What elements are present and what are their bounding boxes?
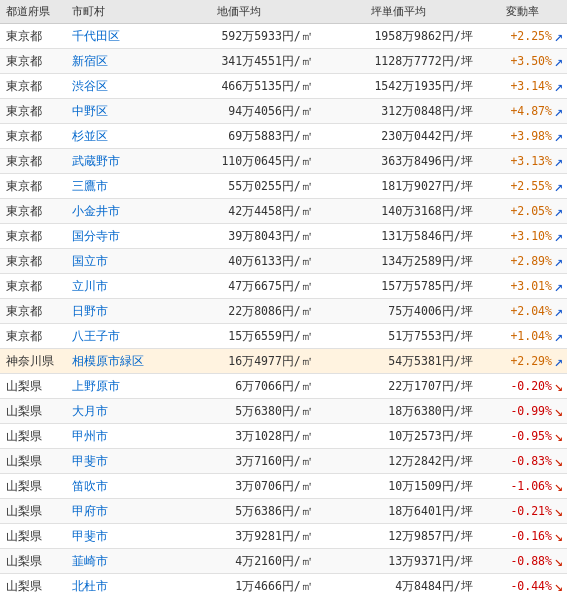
price-cell: 466万5135円/㎡ (159, 74, 319, 99)
change-value: -0.16% (510, 529, 552, 543)
city-cell[interactable]: 中野区 (66, 99, 159, 124)
city-cell[interactable]: 甲斐市 (66, 524, 159, 549)
city-cell[interactable]: 三鷹市 (66, 174, 159, 199)
city-cell[interactable]: 日野市 (66, 299, 159, 324)
header-city: 市町村 (66, 0, 159, 24)
change-value: +2.55% (510, 179, 552, 193)
city-link[interactable]: 武蔵野市 (72, 154, 120, 168)
trend-up-icon: ↗ (554, 77, 563, 95)
change-value: +3.98% (510, 129, 552, 143)
city-link[interactable]: 笛吹市 (72, 479, 108, 493)
pref-cell: 山梨県 (0, 449, 66, 474)
city-link[interactable]: 杉並区 (72, 129, 108, 143)
city-cell[interactable]: 国立市 (66, 249, 159, 274)
city-cell[interactable]: 杉並区 (66, 124, 159, 149)
city-cell[interactable]: 韮崎市 (66, 549, 159, 574)
pref-cell: 山梨県 (0, 499, 66, 524)
change-cell: -0.44% ↘ (479, 574, 567, 597)
city-cell[interactable]: 国分寺市 (66, 224, 159, 249)
city-cell[interactable]: 渋谷区 (66, 74, 159, 99)
city-link[interactable]: 中野区 (72, 104, 108, 118)
change-value: -1.06% (510, 479, 552, 493)
price-cell: 39万8043円/㎡ (159, 224, 319, 249)
pref-cell: 山梨県 (0, 424, 66, 449)
trend-up-icon: ↗ (554, 327, 563, 345)
price-cell: 3万7160円/㎡ (159, 449, 319, 474)
city-link[interactable]: 国分寺市 (72, 229, 120, 243)
city-link[interactable]: 甲州市 (72, 429, 108, 443)
tsubo-cell: 157万5785円/坪 (319, 274, 479, 299)
tsubo-cell: 10万1509円/坪 (319, 474, 479, 499)
city-link[interactable]: 新宿区 (72, 54, 108, 68)
pref-cell: 東京都 (0, 49, 66, 74)
change-value: +3.10% (510, 229, 552, 243)
change-cell: +3.50% ↗ (479, 49, 567, 74)
price-cell: 1万4666円/㎡ (159, 574, 319, 597)
city-cell[interactable]: 小金井市 (66, 199, 159, 224)
city-cell[interactable]: 甲府市 (66, 499, 159, 524)
price-cell: 3万0706円/㎡ (159, 474, 319, 499)
pref-cell: 山梨県 (0, 549, 66, 574)
city-link[interactable]: 三鷹市 (72, 179, 108, 193)
city-cell[interactable]: 大月市 (66, 399, 159, 424)
pref-cell: 東京都 (0, 99, 66, 124)
city-link[interactable]: 甲府市 (72, 504, 108, 518)
change-cell: -0.20% ↘ (479, 374, 567, 399)
header-change: 変動率 (479, 0, 567, 24)
table-row: 東京都 小金井市 42万4458円/㎡ 140万3168円/坪 +2.05% ↗ (0, 199, 567, 224)
change-cell: +2.29% ↗ (479, 349, 567, 374)
tsubo-cell: 18万6401円/坪 (319, 499, 479, 524)
price-cell: 42万4458円/㎡ (159, 199, 319, 224)
city-cell[interactable]: 千代田区 (66, 24, 159, 49)
price-cell: 3万9281円/㎡ (159, 524, 319, 549)
trend-down-icon: ↘ (554, 552, 563, 570)
city-link[interactable]: 立川市 (72, 279, 108, 293)
table-row: 東京都 中野区 94万4056円/㎡ 312万0848円/坪 +4.87% ↗ (0, 99, 567, 124)
city-cell[interactable]: 甲州市 (66, 424, 159, 449)
change-cell: +4.87% ↗ (479, 99, 567, 124)
trend-up-icon: ↗ (554, 52, 563, 70)
city-cell[interactable]: 相模原市緑区 (66, 349, 159, 374)
change-value: -0.21% (510, 504, 552, 518)
tsubo-cell: 1128万7772円/坪 (319, 49, 479, 74)
change-cell: +3.14% ↗ (479, 74, 567, 99)
city-link[interactable]: 韮崎市 (72, 554, 108, 568)
trend-up-icon: ↗ (554, 302, 563, 320)
city-cell[interactable]: 武蔵野市 (66, 149, 159, 174)
city-link[interactable]: 日野市 (72, 304, 108, 318)
city-link[interactable]: 甲斐市 (72, 454, 108, 468)
city-link[interactable]: 小金井市 (72, 204, 120, 218)
city-cell[interactable]: 甲斐市 (66, 449, 159, 474)
price-cell: 6万7066円/㎡ (159, 374, 319, 399)
city-link[interactable]: 千代田区 (72, 29, 120, 43)
city-cell[interactable]: 八王子市 (66, 324, 159, 349)
city-link[interactable]: 国立市 (72, 254, 108, 268)
tsubo-cell: 312万0848円/坪 (319, 99, 479, 124)
city-link[interactable]: 相模原市緑区 (72, 354, 144, 368)
city-link[interactable]: 甲斐市 (72, 529, 108, 543)
change-cell: -0.21% ↘ (479, 499, 567, 524)
city-link[interactable]: 北杜市 (72, 579, 108, 593)
city-link[interactable]: 八王子市 (72, 329, 120, 343)
city-cell[interactable]: 立川市 (66, 274, 159, 299)
change-value: -0.99% (510, 404, 552, 418)
price-cell: 592万5933円/㎡ (159, 24, 319, 49)
pref-cell: 東京都 (0, 249, 66, 274)
change-value: -0.95% (510, 429, 552, 443)
change-value: +1.04% (510, 329, 552, 343)
city-link[interactable]: 上野原市 (72, 379, 120, 393)
table-row: 東京都 新宿区 341万4551円/㎡ 1128万7772円/坪 +3.50% … (0, 49, 567, 74)
table-row: 東京都 武蔵野市 110万0645円/㎡ 363万8496円/坪 +3.13% … (0, 149, 567, 174)
city-cell[interactable]: 新宿区 (66, 49, 159, 74)
tsubo-cell: 363万8496円/坪 (319, 149, 479, 174)
change-value: -0.20% (510, 379, 552, 393)
tsubo-cell: 22万1707円/坪 (319, 374, 479, 399)
city-link[interactable]: 大月市 (72, 404, 108, 418)
city-cell[interactable]: 北杜市 (66, 574, 159, 597)
change-cell: +2.55% ↗ (479, 174, 567, 199)
city-cell[interactable]: 笛吹市 (66, 474, 159, 499)
city-cell[interactable]: 上野原市 (66, 374, 159, 399)
pref-cell: 神奈川県 (0, 349, 66, 374)
city-link[interactable]: 渋谷区 (72, 79, 108, 93)
pref-cell: 東京都 (0, 149, 66, 174)
